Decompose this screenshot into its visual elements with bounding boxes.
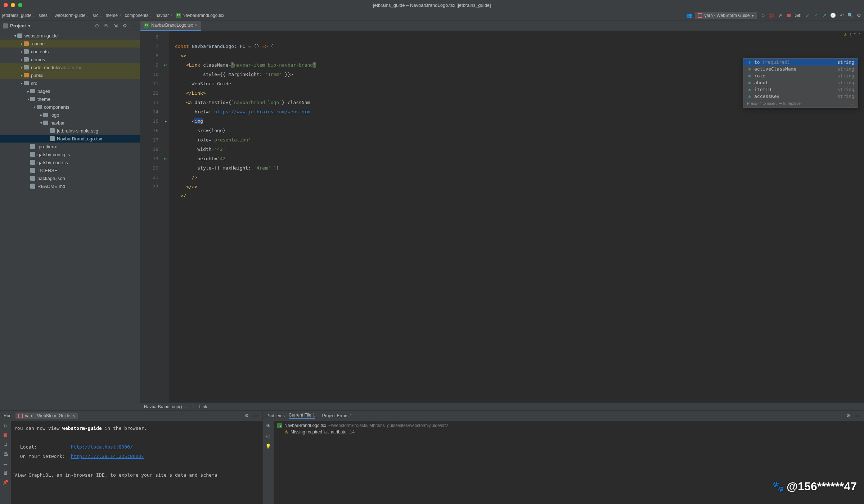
project-tree[interactable]: ▾webstorm-guide▸.cache▸contents▸demos▸no… bbox=[0, 31, 140, 410]
tree-row[interactable]: ▸.cache bbox=[0, 40, 140, 48]
tree-row[interactable]: ▸node_modules library root bbox=[0, 63, 140, 71]
tree-row[interactable]: LICENSE bbox=[0, 166, 140, 174]
chevron-icon[interactable]: ▸ bbox=[19, 50, 24, 54]
expand-icon[interactable]: ⇱ bbox=[103, 23, 109, 29]
run-output[interactable]: You can now view webstorm-guide in the b… bbox=[11, 421, 262, 504]
close-tab-icon[interactable]: × bbox=[195, 23, 198, 28]
completion-item[interactable]: ⚛activeClassNamestring bbox=[743, 66, 858, 72]
tree-row[interactable]: ▾theme bbox=[0, 95, 140, 103]
tree-row[interactable]: NavbarBrandLogo.tsx bbox=[0, 135, 140, 143]
breadcrumb-item[interactable]: navbar bbox=[156, 13, 169, 18]
tree-row[interactable]: package.json bbox=[0, 174, 140, 182]
editor-crumb[interactable]: NavbarBrandLogo() bbox=[144, 404, 182, 409]
eye-icon[interactable]: 👁 bbox=[265, 423, 271, 429]
code-completion-popup[interactable]: ⚛to(required)string⚛activeClassNamestrin… bbox=[743, 58, 858, 108]
tree-row[interactable]: gatsby-config.js bbox=[0, 150, 140, 158]
completion-item[interactable]: ⚛aboutstring bbox=[743, 79, 858, 86]
inspection-status[interactable]: ⚠ 1 ˄ ˅ bbox=[844, 32, 860, 37]
locate-icon[interactable]: ⊕ bbox=[94, 23, 100, 29]
tree-row[interactable]: gatsby-node.js bbox=[0, 158, 140, 166]
minimize-icon[interactable]: — bbox=[253, 413, 259, 419]
run-tab[interactable]: yarn - WebStorm Guide × bbox=[15, 413, 78, 419]
coverage-icon[interactable]: ⬈ bbox=[777, 13, 783, 18]
breadcrumb-file[interactable]: TSNavbarBrandLogo.tsx bbox=[176, 13, 224, 18]
stop-icon[interactable] bbox=[3, 432, 8, 438]
tree-row[interactable]: ▾components bbox=[0, 103, 140, 111]
chevron-icon[interactable]: ▸ bbox=[19, 66, 24, 69]
chevron-down-icon[interactable]: ▾ bbox=[28, 23, 31, 28]
tree-row[interactable]: ▸public bbox=[0, 71, 140, 79]
maximize-window-button[interactable] bbox=[18, 3, 22, 7]
chevron-icon[interactable]: ▸ bbox=[19, 73, 24, 77]
tree-row[interactable]: jetbrains-simple.svg bbox=[0, 127, 140, 135]
close-window-button[interactable] bbox=[4, 3, 8, 7]
gear-icon[interactable]: ⚙ bbox=[244, 413, 249, 419]
tree-row[interactable]: .prettierrc bbox=[0, 143, 140, 150]
tree-row[interactable]: ▸pages bbox=[0, 87, 140, 95]
chevron-icon[interactable]: ▾ bbox=[32, 105, 37, 109]
git-update-icon[interactable]: ↙ bbox=[804, 13, 810, 18]
next-highlight-icon[interactable]: ˅ bbox=[858, 32, 860, 37]
breadcrumb-item[interactable]: sites bbox=[39, 13, 48, 18]
tree-row[interactable]: ▸logo bbox=[0, 111, 140, 119]
chevron-icon[interactable]: ▾ bbox=[39, 121, 43, 125]
tree-row[interactable]: ▾src bbox=[0, 79, 140, 87]
more-icon[interactable]: ⋮ bbox=[850, 101, 854, 106]
undo-icon[interactable]: ↶ bbox=[839, 13, 845, 18]
run-configuration-selector[interactable]: yarn - WebStorm Guide ▾ bbox=[695, 12, 757, 19]
code-editor[interactable]: 678910111213141516171819202122 ●↑ ▸ ●↑ c… bbox=[140, 31, 864, 402]
completion-item[interactable]: ⚛accessKeystring bbox=[743, 93, 858, 100]
chevron-icon[interactable]: ▾ bbox=[19, 81, 24, 85]
completion-item[interactable]: ⚛rolestring bbox=[743, 72, 858, 79]
stop-icon[interactable] bbox=[786, 13, 792, 18]
breadcrumb-item[interactable]: webstorm-guide bbox=[55, 13, 85, 18]
rerun-icon[interactable]: ↻ bbox=[3, 423, 8, 429]
breadcrumb-item[interactable]: src bbox=[93, 13, 98, 18]
pin-icon[interactable]: 📌 bbox=[3, 479, 8, 485]
tree-row[interactable]: ▸contents bbox=[0, 48, 140, 55]
minimize-icon[interactable]: — bbox=[855, 413, 860, 419]
bulb-icon[interactable]: 💡 bbox=[265, 443, 271, 449]
chevron-icon[interactable]: ▾ bbox=[13, 34, 17, 38]
layout-icon[interactable]: ▭ bbox=[3, 460, 8, 466]
project-title[interactable]: Project bbox=[10, 23, 26, 28]
tree-row[interactable]: ▾webstorm-guide bbox=[0, 32, 140, 40]
tree-row[interactable]: ▾navbar bbox=[0, 119, 140, 127]
chevron-icon[interactable]: ▸ bbox=[39, 113, 43, 117]
chevron-icon[interactable]: ▸ bbox=[19, 58, 24, 62]
prev-highlight-icon[interactable]: ˄ bbox=[854, 32, 856, 37]
layout-icon[interactable]: ▭ bbox=[265, 433, 271, 439]
gear-icon[interactable]: ⚙ bbox=[122, 23, 128, 29]
tree-row[interactable]: README.md bbox=[0, 182, 140, 190]
close-tab-icon[interactable]: × bbox=[72, 413, 75, 418]
breadcrumb-item[interactable]: jetbrains_guide bbox=[2, 13, 31, 18]
minimize-window-button[interactable] bbox=[11, 3, 15, 7]
settings-icon[interactable]: ⚙ bbox=[856, 13, 862, 18]
chevron-icon[interactable]: ▾ bbox=[26, 97, 30, 101]
git-commit-icon[interactable]: ✓ bbox=[813, 13, 819, 18]
completion-item[interactable]: ⚛to(required)string bbox=[743, 59, 858, 66]
trash-icon[interactable]: 🗑 bbox=[3, 470, 8, 476]
debug-icon[interactable]: 🐞 bbox=[769, 13, 774, 18]
editor-tab[interactable]: TS NavbarBrandLogo.tsx × bbox=[140, 21, 201, 31]
breadcrumb-item[interactable]: theme bbox=[105, 13, 117, 18]
collapse-icon[interactable]: ⇲ bbox=[113, 23, 118, 29]
tree-row[interactable]: ▸demos bbox=[0, 55, 140, 63]
tab-current-file[interactable]: Current File 1 bbox=[289, 413, 315, 419]
search-icon[interactable]: 🔍 bbox=[847, 13, 853, 18]
chevron-icon[interactable]: ▸ bbox=[26, 89, 30, 93]
users-icon[interactable]: 👥 bbox=[686, 13, 692, 18]
editor-crumb[interactable]: Link bbox=[199, 404, 207, 409]
local-url-link[interactable]: http://localhost:8000/ bbox=[71, 444, 133, 450]
git-push-icon[interactable]: ↗ bbox=[822, 13, 827, 18]
print-icon[interactable]: 🖶 bbox=[3, 451, 8, 457]
chevron-icon[interactable]: ▸ bbox=[19, 42, 24, 46]
rerun-icon[interactable]: ↻ bbox=[760, 13, 766, 18]
minimize-icon[interactable]: — bbox=[131, 23, 137, 29]
tab-project-errors[interactable]: Project Errors 1 bbox=[322, 413, 352, 418]
completion-item[interactable]: ⚛itemIDstring bbox=[743, 86, 858, 93]
breadcrumb-item[interactable]: components bbox=[125, 13, 148, 18]
gear-icon[interactable]: ⚙ bbox=[845, 413, 851, 419]
down-icon[interactable]: ⇊ bbox=[3, 442, 8, 447]
network-url-link[interactable]: http://172.29.14.225:8000/ bbox=[71, 454, 144, 459]
